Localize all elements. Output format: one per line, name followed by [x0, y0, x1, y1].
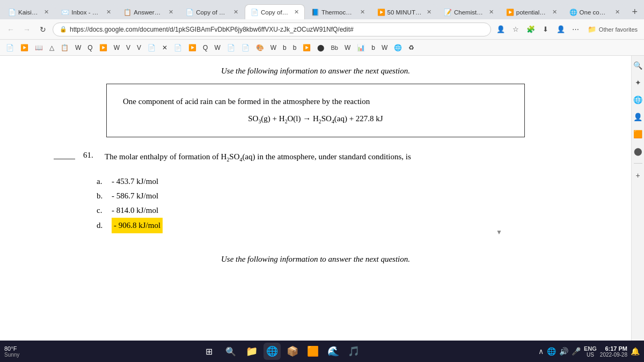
tab-thermoche[interactable]: 📘 Thermoche... ✕ — [305, 4, 371, 19]
bm-icon-8: ▶️ — [99, 44, 107, 51]
clock-widget[interactable]: 6:17 PM 2022-09-28 — [600, 345, 627, 358]
tab-close-answered[interactable]: ✕ — [169, 9, 173, 16]
search-button[interactable]: 🔍 — [222, 342, 240, 360]
bm-item-5[interactable]: 📋 — [58, 43, 71, 53]
sidebar-search-icon[interactable]: 🔍 — [633, 60, 643, 71]
bm-item-14[interactable]: 📄 — [171, 43, 185, 53]
other-favorites[interactable]: 📁 Other favorites — [586, 24, 640, 34]
taskbar-app-spotify[interactable]: 🎵 — [345, 343, 362, 360]
language-indicator[interactable]: ENG US — [584, 345, 597, 358]
dropdown-arrow[interactable]: ▼ — [496, 228, 502, 236]
taskbar-app-office[interactable]: 🟧 — [304, 343, 321, 360]
tab-close-potential[interactable]: ✕ — [552, 9, 557, 16]
tab-label-chemistry: Chemistry... — [454, 9, 484, 16]
bm-item-12[interactable]: 📄 — [145, 43, 158, 53]
bm-item-22[interactable]: b — [280, 43, 289, 53]
tab-answered[interactable]: 📋 Answered... ✕ — [118, 4, 179, 19]
bm-item-28[interactable]: 📊 — [354, 43, 368, 53]
tab-close-one-comp[interactable]: ✕ — [615, 9, 620, 16]
bm-item-18[interactable]: 📄 — [224, 43, 238, 53]
tab-close-inbox[interactable]: ✕ — [106, 9, 111, 16]
bm-item-21[interactable]: W — [268, 43, 279, 53]
sidebar-apps-icon[interactable]: ⬤ — [633, 146, 643, 157]
star-button[interactable]: ☆ — [509, 23, 522, 36]
bm-item-31[interactable]: 🌐 — [391, 43, 405, 53]
bm-item-17[interactable]: W — [211, 43, 223, 53]
taskbar-app-edge[interactable]: 🌊 — [325, 343, 342, 360]
bm-item-7[interactable]: Q — [85, 43, 95, 53]
bm-icon-7: Q — [87, 44, 92, 51]
bm-item-30[interactable]: W — [379, 43, 390, 53]
sidebar-user-icon[interactable]: 👤 — [633, 112, 643, 122]
bm-item-1[interactable]: 📄 — [3, 43, 17, 53]
bm-icon-10: V — [126, 44, 130, 51]
question-area: 61. The molar enthalpy of formation of H… — [54, 151, 577, 234]
tab-inbox[interactable]: ✉️ Inbox - ha... ✕ — [55, 4, 117, 19]
taskbar-app-browser[interactable]: 🌐 — [264, 343, 281, 360]
sidebar-office-icon[interactable]: 🟧 — [633, 129, 643, 139]
weather-widget[interactable]: 80°F Sunny — [4, 345, 19, 358]
bm-icon-1: 📄 — [6, 44, 14, 51]
tab-chemistry[interactable]: 📝 Chemistry... ✕ — [438, 4, 500, 19]
tab-kaisi[interactable]: 📄 Kaisi T... ✕ — [2, 4, 55, 19]
bm-item-13[interactable]: ✕ — [159, 43, 170, 53]
tab-potential[interactable]: ▶️ potential e... ✕ — [500, 4, 563, 19]
sidebar-add-icon[interactable]: + — [633, 170, 643, 181]
tab-copy-th[interactable]: 📄 Copy of Th... ✕ — [180, 4, 244, 19]
bm-item-6[interactable]: W — [72, 43, 84, 53]
bm-item-29[interactable]: b — [369, 43, 378, 53]
bm-item-26[interactable]: Bb — [328, 43, 340, 52]
taskbar-app-dropbox[interactable]: 📦 — [284, 343, 301, 360]
tab-copy-co[interactable]: 📄 Copy of Co ✕ — [245, 4, 305, 19]
new-tab-button[interactable]: + — [627, 4, 642, 19]
bm-item-3[interactable]: 📖 — [32, 43, 46, 53]
tab-50min[interactable]: ▶️ 50 MINUTE... ✕ — [371, 4, 437, 19]
bm-item-8[interactable]: ▶️ — [97, 43, 110, 53]
tab-close-kaisi[interactable]: ✕ — [44, 9, 49, 16]
chevron-up-icon[interactable]: ∧ — [538, 347, 544, 356]
bm-item-9[interactable]: W — [111, 43, 122, 53]
bm-item-4[interactable]: △ — [47, 43, 57, 53]
tab-close-thermoche[interactable]: ✕ — [360, 9, 365, 16]
weather-desc: Sunny — [4, 352, 19, 358]
tab-close-copy-co[interactable]: ✕ — [294, 9, 299, 16]
tab-close-chemistry[interactable]: ✕ — [489, 9, 494, 16]
account-button[interactable]: 👤 — [554, 23, 567, 36]
sidebar-bookmark-icon[interactable]: ✦ — [633, 77, 643, 88]
bm-item-25[interactable]: ⬤ — [314, 43, 327, 53]
speaker-icon[interactable]: 🔊 — [559, 347, 568, 356]
tab-close-50min[interactable]: ✕ — [427, 9, 431, 16]
menu-button[interactable]: ⋯ — [569, 23, 582, 36]
back-button[interactable]: ← — [4, 23, 17, 36]
bm-item-15[interactable]: ▶️ — [186, 43, 199, 53]
bm-item-27[interactable]: W — [342, 43, 353, 53]
taskbar-center: ⊞ 🔍 📁 🌐 📦 🟧 🌊 🎵 — [26, 342, 536, 360]
bm-item-24[interactable]: ▶️ — [300, 43, 313, 53]
mic-icon[interactable]: 🎤 — [572, 347, 581, 356]
tab-one-comp[interactable]: 🌐 One comp... ✕ — [564, 4, 626, 19]
weather-temp: 80°F — [4, 345, 17, 352]
bm-item-19[interactable]: 📄 — [239, 43, 252, 53]
profile-button[interactable]: 👤 — [494, 23, 507, 36]
bm-item-10[interactable]: V — [123, 43, 133, 53]
address-bar[interactable]: 🔒 https://docs.google.com/document/d/1pk… — [53, 23, 491, 36]
sidebar-translate-icon[interactable]: 🌐 — [633, 94, 643, 105]
extensions-button[interactable]: 🧩 — [524, 23, 537, 36]
taskbar-app-explorer[interactable]: 📁 — [243, 343, 260, 360]
bm-item-20[interactable]: 🎨 — [253, 43, 267, 53]
forward-button[interactable]: → — [20, 23, 33, 36]
tab-close-copy-th[interactable]: ✕ — [233, 9, 238, 16]
bm-item-32[interactable]: ♻ — [406, 43, 417, 53]
answer-blank — [54, 151, 75, 159]
notifications-icon[interactable]: 🔔 — [631, 347, 640, 356]
bm-item-16[interactable]: Q — [200, 43, 210, 53]
bm-item-2[interactable]: ▶️ — [18, 43, 31, 53]
bm-icon-32: ♻ — [408, 44, 414, 51]
network-icon[interactable]: 🌐 — [547, 347, 556, 356]
bm-item-11[interactable]: V — [134, 43, 144, 53]
start-button[interactable]: ⊞ — [200, 342, 218, 360]
download-button[interactable]: ⬇ — [539, 23, 552, 36]
bm-item-23[interactable]: b — [290, 43, 299, 53]
tab-label-thermoche: Thermoche... — [321, 9, 355, 16]
reload-button[interactable]: ↻ — [36, 23, 49, 36]
